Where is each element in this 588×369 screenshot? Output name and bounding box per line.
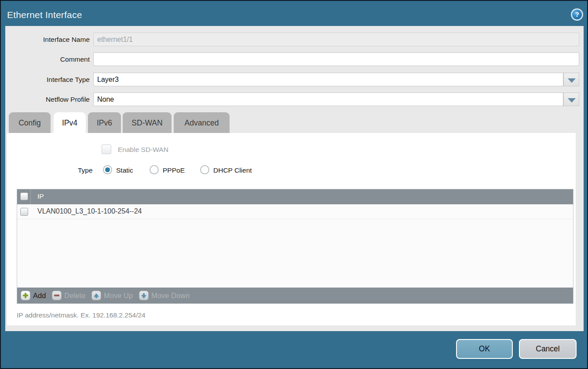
table-toolbar: Add Delete Move Up Move Down xyxy=(17,288,573,303)
delete-minus-icon xyxy=(52,291,62,300)
row-ip-value: VLAN0100_L3_10-1-100-254--24 xyxy=(37,207,142,215)
move-up-arrow-icon xyxy=(91,291,101,300)
interface-type-label: Interface Type xyxy=(5,73,90,86)
tab-advanced[interactable]: Advanced xyxy=(174,112,230,133)
table-empty-area xyxy=(17,219,573,288)
delete-button[interactable]: Delete xyxy=(52,291,85,300)
dialog-body: Interface Name Comment Interface Type Ne… xyxy=(5,26,584,331)
ok-button[interactable]: OK xyxy=(456,339,513,359)
move-up-button[interactable]: Move Up xyxy=(91,291,133,300)
help-icon[interactable]: ? xyxy=(571,8,583,21)
tab-ipv4[interactable]: IPv4 xyxy=(54,112,86,135)
interface-type-dropdown-icon[interactable] xyxy=(563,73,579,86)
select-all-checkbox[interactable] xyxy=(20,192,28,200)
tab-config[interactable]: Config xyxy=(9,112,51,133)
type-label: Type xyxy=(78,166,93,174)
interface-name-input xyxy=(93,33,579,46)
radio-pppoe-label: PPPoE xyxy=(163,166,185,174)
cancel-button[interactable]: Cancel xyxy=(519,339,577,359)
enable-sdwan-checkbox[interactable] xyxy=(102,144,111,154)
radio-dhcp-client[interactable] xyxy=(200,165,209,174)
radio-dhcp-client-label: DHCP Client xyxy=(213,166,252,174)
interface-name-label: Interface Name xyxy=(5,33,90,46)
move-up-button-label: Move Up xyxy=(104,292,133,300)
radio-pppoe[interactable] xyxy=(150,165,159,174)
netflow-profile-label: Netflow Profile xyxy=(5,92,90,106)
ip-column-header: IP xyxy=(37,192,44,200)
comment-label: Comment xyxy=(5,52,90,66)
ipv4-panel: Enable SD-WAN Type Static PPPoE DHCP Cli… xyxy=(7,133,576,325)
interface-type-select[interactable] xyxy=(93,73,563,86)
netflow-profile-select[interactable] xyxy=(93,92,563,106)
ip-table-header: IP xyxy=(17,189,573,204)
row-checkbox[interactable] xyxy=(20,208,28,216)
ip-table: IP VLAN0100_L3_10-1-100-254--24 Add Dele… xyxy=(17,189,573,304)
move-down-button[interactable]: Move Down xyxy=(139,291,190,300)
delete-button-label: Delete xyxy=(64,292,85,300)
move-down-button-label: Move Down xyxy=(151,292,190,300)
add-button-label: Add xyxy=(33,292,46,300)
tab-ipv6[interactable]: IPv6 xyxy=(88,112,121,133)
ip-format-hint: IP address/netmask. Ex. 192.168.2.254/24 xyxy=(17,311,146,319)
tab-sdwan[interactable]: SD-WAN xyxy=(123,112,172,133)
comment-input[interactable] xyxy=(93,52,579,66)
add-plus-icon xyxy=(21,291,30,300)
add-button[interactable]: Add xyxy=(21,291,46,300)
radio-static-label: Static xyxy=(116,166,133,174)
enable-sdwan-label: Enable SD-WAN xyxy=(118,146,168,154)
ethernet-interface-dialog: Ethernet Interface ? Interface Name Comm… xyxy=(0,0,588,369)
table-row[interactable]: VLAN0100_L3_10-1-100-254--24 xyxy=(17,204,573,219)
column-divider xyxy=(30,189,31,204)
move-down-arrow-icon xyxy=(139,291,149,300)
netflow-profile-dropdown-icon[interactable] xyxy=(563,92,579,106)
radio-static[interactable] xyxy=(103,165,112,174)
dialog-title: Ethernet Interface xyxy=(7,10,82,20)
